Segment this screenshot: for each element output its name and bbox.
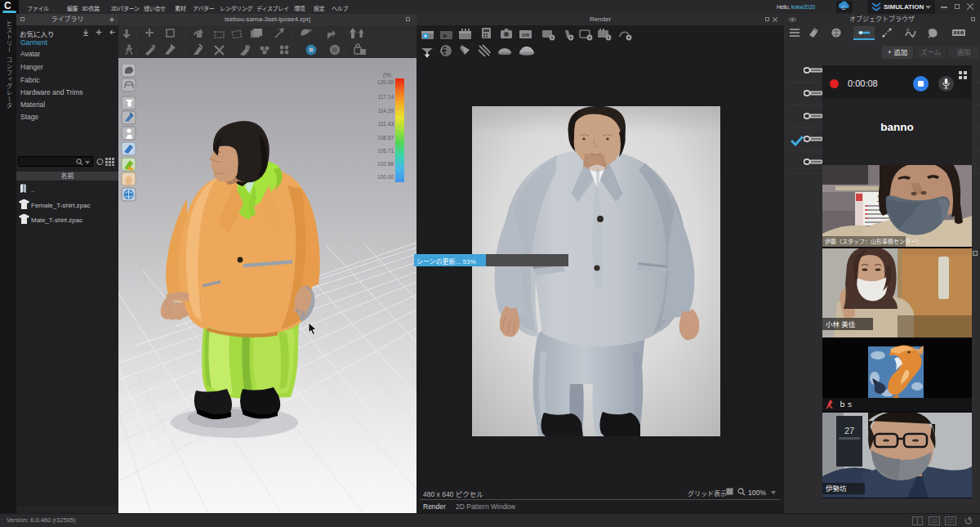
svg-text:ｂｓ: ｂｓ xyxy=(839,400,853,409)
svg-text:2D: 2D xyxy=(947,518,955,524)
svg-text:27: 27 xyxy=(844,426,854,435)
svg-text:OR: OR xyxy=(522,33,530,38)
svg-text:C: C xyxy=(841,4,846,11)
svg-text:伊勢坊: 伊勢坊 xyxy=(826,485,847,493)
svg-text:伊藤（スタッフ：山形事務センター）: 伊藤（スタッフ：山形事務センター） xyxy=(825,238,922,245)
svg-text:小林 美佳: 小林 美佳 xyxy=(826,320,856,328)
svg-text:3D: 3D xyxy=(931,518,938,524)
